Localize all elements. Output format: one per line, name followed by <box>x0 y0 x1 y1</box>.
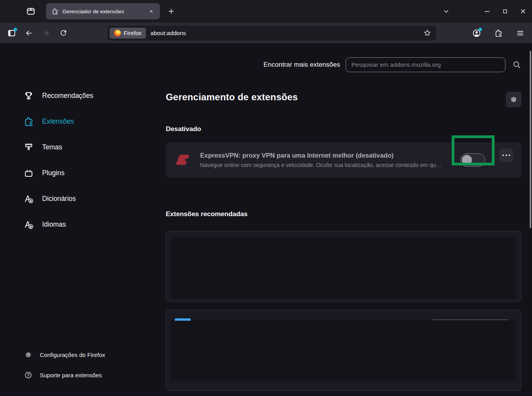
reload-icon <box>59 29 67 37</box>
gear-icon <box>509 95 518 104</box>
sidebar-item-plugins[interactable]: Plugins <box>23 165 166 181</box>
extension-card-expressvpn[interactable]: ExpressVPN: proxy VPN para uma Internet … <box>166 142 521 178</box>
puzzle-icon <box>494 29 503 37</box>
hamburger-menu-icon <box>516 29 525 37</box>
sidebar-item-extensoes[interactable]: Extensões <box>23 114 166 129</box>
loading-logo-placeholder <box>175 318 191 321</box>
more-options-button[interactable] <box>499 148 513 162</box>
addons-main: Encontrar mais extensões Gerenciamento d… <box>166 44 532 396</box>
search-label: Encontrar mais extensões <box>263 61 340 69</box>
gear-icon <box>24 351 32 359</box>
sidebar-item-label: Recomendações <box>42 92 93 100</box>
sidebar-toggle-button[interactable] <box>5 26 19 40</box>
maximize-button[interactable] <box>496 0 514 23</box>
plug-icon <box>23 168 34 178</box>
tab-bar: Gerenciador de extensões <box>0 0 532 23</box>
notification-dot <box>479 28 482 31</box>
tab-close-button[interactable] <box>147 7 156 16</box>
recommended-extension-card[interactable] <box>166 310 521 391</box>
card-placeholder <box>171 237 516 299</box>
notification-dot <box>14 28 17 31</box>
disabled-section-heading: Desativado <box>166 125 521 133</box>
annotation-highlight-box <box>452 135 495 165</box>
url-text[interactable]: about:addons <box>151 30 421 36</box>
recommended-section-heading: Extensões recomendadas <box>166 210 521 218</box>
language-download-icon <box>23 219 34 230</box>
list-all-tabs-button[interactable] <box>438 4 454 19</box>
minimize-button[interactable] <box>478 0 496 23</box>
footer-item-label: Suporte para extensões <box>40 372 102 378</box>
tools-for-all-addons-button[interactable] <box>506 92 521 107</box>
extension-text: ExpressVPN: proxy VPN para uma Internet … <box>200 152 450 168</box>
sidebar-item-label: Dicionários <box>42 195 76 203</box>
firefox-identity-chip[interactable]: Firefox <box>110 28 146 39</box>
extension-name: ExpressVPN: proxy VPN para uma Internet … <box>200 152 450 159</box>
sidebar-item-recomendacoes[interactable]: Recomendações <box>23 88 166 103</box>
addons-sidebar: Recomendações Extensões Temas Plugins Di… <box>0 44 166 396</box>
close-icon <box>149 9 154 14</box>
card-placeholder <box>171 320 516 381</box>
sidebar-item-configuracoes-firefox[interactable]: Configurações do Firefox <box>24 349 105 360</box>
about-addons-page: Recomendações Extensões Temas Plugins Di… <box>0 44 532 396</box>
navigation-toolbar: Firefox about:addons <box>0 23 532 44</box>
ellipsis-icon <box>505 154 507 156</box>
firefox-logo-icon <box>114 30 121 37</box>
maximize-icon <box>502 8 509 15</box>
search-icon[interactable] <box>512 60 521 69</box>
close-icon <box>519 7 527 15</box>
bookmark-button[interactable] <box>421 27 433 39</box>
sidebar-item-dicionarios[interactable]: Dicionários <box>23 191 166 206</box>
window-controls <box>438 0 532 23</box>
firefox-view-button[interactable] <box>23 4 38 19</box>
chip-label: Firefox <box>124 30 142 36</box>
recommended-extension-card[interactable] <box>166 231 521 302</box>
footer-item-label: Configurações do Firefox <box>40 352 105 358</box>
star-icon <box>423 29 431 37</box>
forward-arrow-icon <box>42 29 50 37</box>
url-bar[interactable]: Firefox about:addons <box>108 26 436 41</box>
plus-icon <box>167 7 175 15</box>
search-input[interactable] <box>346 57 505 72</box>
sidebar-item-idiomas[interactable]: Idiomas <box>23 217 166 232</box>
question-circle-icon <box>24 371 32 379</box>
sidebar-item-label: Plugins <box>42 169 64 177</box>
sidebar-item-label: Idiomas <box>42 220 66 229</box>
account-button[interactable] <box>470 26 484 40</box>
expressvpn-logo-icon <box>173 151 192 169</box>
chevron-down-icon <box>442 7 450 15</box>
sidebar-item-suporte-extensoes[interactable]: Suporte para extensões <box>24 369 105 380</box>
paintbrush-icon <box>23 142 34 153</box>
minimize-icon <box>483 7 491 15</box>
tab-gerenciador-de-extensoes[interactable]: Gerenciador de extensões <box>46 3 160 20</box>
language-download-icon <box>23 194 34 204</box>
search-row: Encontrar mais extensões <box>166 57 521 72</box>
trophy-icon <box>23 91 34 101</box>
main-header: Gerenciamento de extensões <box>166 92 521 107</box>
firefox-view-icon <box>26 6 36 16</box>
sidebar-footer: Configurações do Firefox Suporte para ex… <box>24 340 105 380</box>
app-menu-button[interactable] <box>513 26 527 40</box>
tab-title: Gerenciador de extensões <box>62 9 147 14</box>
new-tab-button[interactable] <box>164 4 179 19</box>
extension-description: Navegue online com segurança e velocidad… <box>200 162 450 168</box>
toolbar-right <box>470 26 527 40</box>
forward-button[interactable] <box>39 26 53 40</box>
ellipsis-icon <box>509 154 510 156</box>
puzzle-icon <box>23 116 34 127</box>
puzzle-icon <box>51 8 59 15</box>
sidebar-item-label: Extensões <box>42 117 74 126</box>
extensions-button[interactable] <box>491 26 505 40</box>
ellipsis-icon <box>502 154 504 156</box>
sidebar-item-label: Temas <box>42 143 62 151</box>
sidebar-item-temas[interactable]: Temas <box>23 139 166 155</box>
close-window-button[interactable] <box>514 0 532 23</box>
loading-skeleton-bar <box>432 319 509 320</box>
back-arrow-icon <box>25 29 33 37</box>
reload-button[interactable] <box>56 26 70 40</box>
back-button[interactable] <box>22 26 36 40</box>
scrollbar-thumb[interactable] <box>530 51 531 228</box>
page-title: Gerenciamento de extensões <box>166 92 298 103</box>
